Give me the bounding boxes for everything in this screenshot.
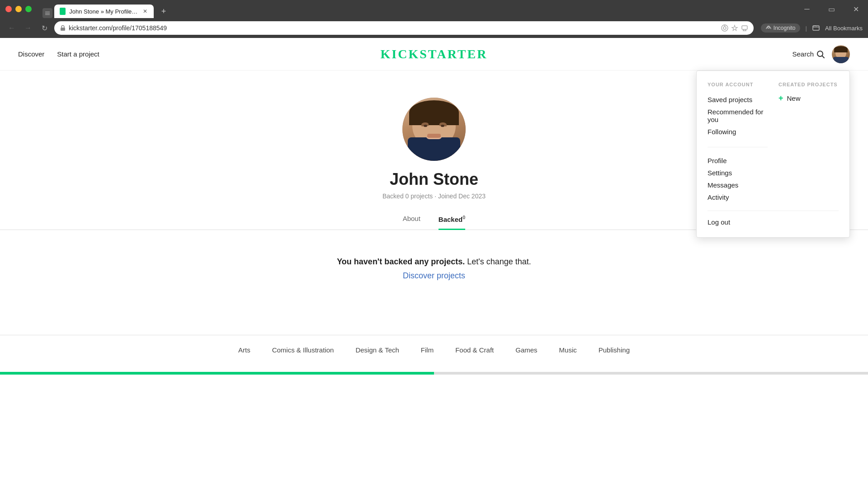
svg-point-11	[817, 51, 823, 56]
footer-category[interactable]: Arts	[238, 346, 250, 354]
search-button[interactable]: Search	[792, 50, 825, 58]
start-project-link[interactable]: Start a project	[57, 50, 99, 58]
refresh-button[interactable]: ↻	[38, 22, 51, 34]
address-bar[interactable]: kickstarter.com/profile/1705188549	[54, 21, 754, 35]
dropdown-left-col: YOUR ACCOUNT Saved projects Recommended …	[708, 82, 768, 203]
svg-point-9	[767, 26, 769, 28]
divider	[708, 147, 768, 147]
tab-list-button[interactable]	[42, 8, 52, 18]
backed-count: 0	[462, 215, 465, 220]
profile-avatar	[402, 98, 466, 161]
footer-categories: ArtsComics & IllustrationDesign & TechFi…	[0, 335, 868, 365]
kickstarter-logo[interactable]: KICKSTARTER	[381, 47, 488, 61]
plus-icon: +	[161, 7, 166, 16]
nav-left: Discover Start a project	[18, 50, 99, 58]
svg-rect-5	[742, 26, 747, 29]
incognito-label: Incognito	[774, 25, 796, 31]
window-maximize-button[interactable]	[25, 6, 32, 12]
bottom-bar	[0, 372, 868, 375]
nav-right: Search	[792, 45, 850, 63]
profile-item[interactable]: Profile	[708, 155, 768, 167]
tab-close-button[interactable]: ✕	[142, 7, 148, 15]
lock-icon	[60, 25, 66, 31]
footer-category[interactable]: Music	[559, 346, 577, 354]
svg-rect-10	[813, 26, 819, 30]
empty-state: You haven't backed any projects. Let's c…	[328, 230, 540, 308]
saved-projects-item[interactable]: Saved projects	[708, 94, 768, 106]
footer-category[interactable]: Design & Tech	[355, 346, 399, 354]
tab-title: John Stone » My Profile — Kick	[69, 8, 138, 15]
created-projects-title: CREATED PROJECTS	[778, 82, 839, 87]
incognito-badge: Incognito	[761, 23, 800, 33]
minimize-icon[interactable]: ─	[800, 2, 814, 16]
address-icons	[721, 24, 748, 32]
dropdown-columns: YOUR ACCOUNT Saved projects Recommended …	[708, 82, 839, 203]
account-section: Saved projects Recommended for you Follo…	[708, 94, 768, 138]
camera-icon	[721, 24, 728, 32]
incognito-icon	[765, 25, 772, 31]
profile-name: John Stone	[390, 170, 478, 189]
profile-meta: Backed 0 projects · Joined Dec 2023	[382, 192, 486, 200]
footer-category[interactable]: Games	[515, 346, 537, 354]
discover-link[interactable]: Discover	[18, 50, 44, 58]
following-item[interactable]: Following	[708, 126, 768, 138]
tab-backed-label: Backed	[439, 216, 462, 223]
recommended-item[interactable]: Recommended for you	[708, 106, 768, 126]
new-tab-button[interactable]: +	[156, 5, 172, 18]
your-account-title: YOUR ACCOUNT	[708, 82, 768, 87]
new-label: New	[787, 94, 801, 102]
restore-icon[interactable]: ▭	[825, 2, 838, 16]
device-icon[interactable]	[741, 24, 748, 32]
logout-divider	[708, 211, 839, 211]
search-icon	[816, 50, 825, 58]
logout-button[interactable]: Log out	[708, 218, 730, 226]
empty-text-normal: Let's change that.	[467, 257, 531, 266]
close-window-icon[interactable]: ✕	[849, 2, 863, 16]
active-tab[interactable]: John Stone » My Profile — Kick ✕	[54, 5, 154, 18]
svg-point-3	[723, 27, 726, 29]
window-minimize-button[interactable]	[15, 6, 22, 12]
window-close-button[interactable]	[5, 6, 12, 12]
tab-backed[interactable]: Backed0	[439, 215, 466, 230]
svg-rect-1	[61, 28, 65, 31]
top-nav: Discover Start a project KICKSTARTER Sea…	[0, 38, 868, 70]
activity-item[interactable]: Activity	[708, 191, 768, 203]
svg-point-0	[60, 9, 66, 14]
bookmarks-label: All Bookmarks	[825, 25, 863, 32]
footer-category[interactable]: Publishing	[599, 346, 630, 354]
messages-item[interactable]: Messages	[708, 179, 768, 191]
account-links-section: Profile Settings Messages Activity	[708, 155, 768, 203]
new-project-button[interactable]: + New	[778, 94, 839, 103]
empty-text-bold: You haven't backed any projects.	[337, 257, 465, 266]
tab-about[interactable]: About	[403, 215, 420, 230]
footer-category[interactable]: Film	[421, 346, 434, 354]
discover-projects-link[interactable]: Discover projects	[337, 271, 531, 281]
bookmark-folder-icon	[812, 24, 820, 32]
star-icon[interactable]	[731, 24, 738, 32]
footer-category[interactable]: Comics & Illustration	[272, 346, 334, 354]
back-button[interactable]: ←	[5, 22, 18, 34]
plus-icon: +	[778, 94, 783, 103]
url-text: kickstarter.com/profile/1705188549	[69, 24, 718, 32]
tab-favicon	[60, 8, 66, 15]
user-avatar[interactable]	[832, 45, 850, 63]
dropdown-right-col: CREATED PROJECTS + New	[778, 82, 839, 203]
footer-category[interactable]: Food & Craft	[455, 346, 494, 354]
forward-button[interactable]: →	[22, 22, 34, 34]
user-dropdown-menu: YOUR ACCOUNT Saved projects Recommended …	[696, 70, 850, 238]
search-label: Search	[792, 50, 814, 58]
svg-line-12	[822, 56, 824, 58]
settings-item[interactable]: Settings	[708, 167, 768, 179]
empty-text: You haven't backed any projects. Let's c…	[337, 257, 531, 267]
